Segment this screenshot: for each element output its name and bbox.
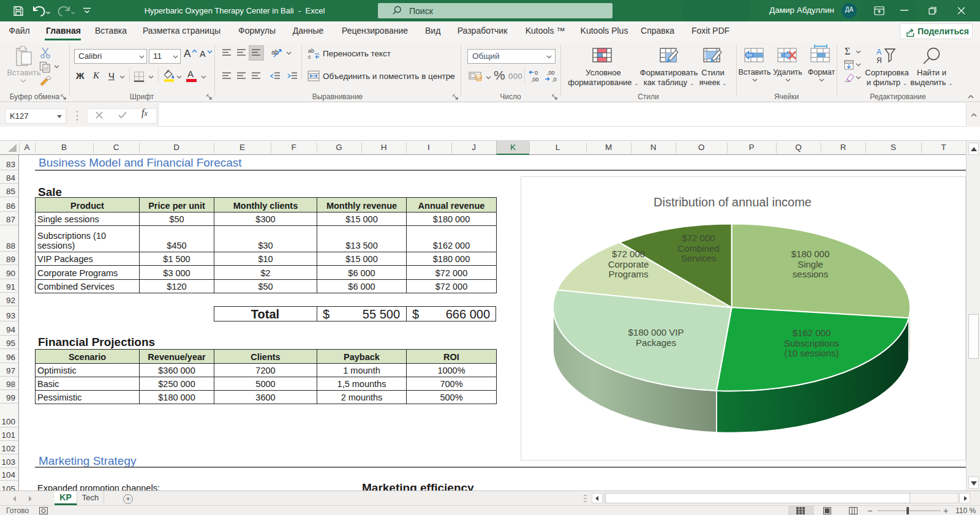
svg-text:(10 sessions): (10 sessions) [784,348,839,358]
svg-text:$72 000: $72 000 [612,249,645,259]
svg-text:Programs: Programs [608,269,648,279]
svg-text:$162 000: $162 000 [793,328,831,338]
svg-text:c: c [308,54,311,59]
svg-text:$180 000: $180 000 [791,249,830,259]
svg-text:Corporate: Corporate [608,259,649,269]
svg-text:Packages: Packages [636,337,676,348]
svg-text:Subscriptions: Subscriptions [784,338,839,348]
svg-text:,0: ,0 [552,77,557,83]
svg-text:sessions: sessions [793,269,828,279]
svg-text:Services: Services [681,253,717,263]
svg-text:Я: Я [876,56,882,65]
svg-text:0: 0 [535,70,538,76]
svg-text:Combined: Combined [677,243,719,254]
svg-text:$72 000: $72 000 [682,233,715,243]
svg-text:$180 000 VIP: $180 000 VIP [628,327,684,337]
svg-text:ab: ab [308,48,314,54]
svg-text:А: А [876,48,881,56]
svg-text:ab: ab [271,48,279,56]
svg-text:,00: ,00 [531,77,539,83]
svg-text:,00: ,00 [547,70,555,76]
svg-text:Single: Single [797,259,823,269]
